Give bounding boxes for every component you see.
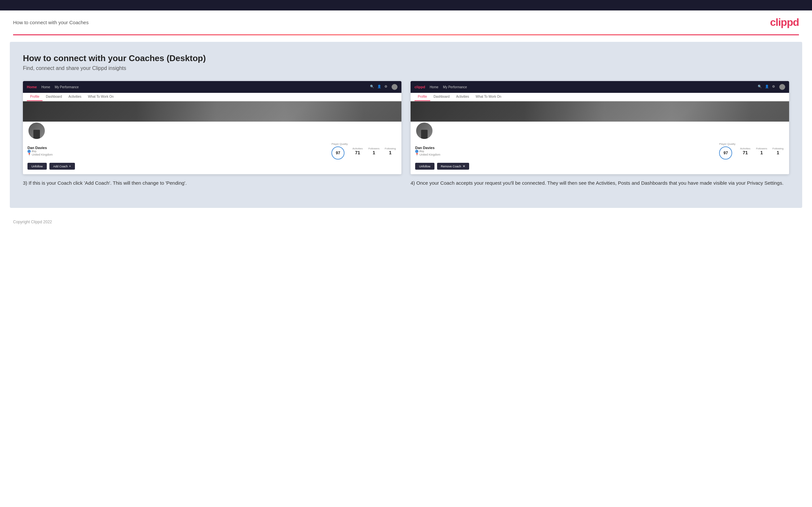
badge-dot-right bbox=[415, 150, 418, 153]
tab-whattoworkon-right[interactable]: What To Work On bbox=[472, 93, 505, 101]
screenshot-frame-right: clippd Home My Performance 🔍 👤 ⚙ Profile bbox=[411, 81, 789, 174]
main-content: How to connect with your Coaches (Deskto… bbox=[10, 42, 802, 208]
location-text-left: United Kingdom bbox=[32, 153, 53, 156]
mock-location-right: 📍 United Kingdom bbox=[415, 153, 716, 156]
mock-profile-section-right: Dan Davies Pro 📍 United Kingdom Pl bbox=[411, 122, 789, 174]
stat-followers-value-right: 1 bbox=[755, 150, 768, 155]
mock-user-info-left: Dan Davies Pro 📍 United Kingdom bbox=[28, 146, 328, 156]
screenshot-frame-left: Home Home My Performance 🔍 👤 ⚙ Profile bbox=[23, 81, 401, 174]
nav-home-left[interactable]: Home bbox=[42, 85, 50, 89]
footer: Copyright Clippd 2022 bbox=[0, 215, 812, 229]
stat-following-value-left: 1 bbox=[384, 150, 397, 155]
mock-username-left: Dan Davies bbox=[28, 146, 328, 150]
copyright-text: Copyright Clippd 2022 bbox=[13, 220, 52, 224]
mock-nav-items-right: Home My Performance bbox=[429, 85, 753, 89]
mock-action-buttons-right: Unfollow Remove Coach ✕ bbox=[415, 163, 784, 170]
nav-home-right[interactable]: Home bbox=[429, 85, 439, 89]
tab-dashboard-left[interactable]: Dashboard bbox=[43, 93, 65, 101]
user-icon-right[interactable]: 👤 bbox=[765, 84, 769, 89]
tab-dashboard-right[interactable]: Dashboard bbox=[430, 93, 453, 101]
mock-action-buttons-left: Unfollow Add Coach + bbox=[28, 163, 397, 170]
quality-circle-right: 97 bbox=[719, 147, 732, 160]
quality-label-left: Player Quality bbox=[332, 143, 348, 146]
mock-user-info-right: Dan Davies Pro 📍 United Kingdom bbox=[415, 146, 716, 156]
unfollow-button-right[interactable]: Unfollow bbox=[415, 163, 435, 170]
stat-following-label-right: Following bbox=[771, 147, 784, 150]
add-coach-label-left: Add Coach bbox=[53, 165, 68, 168]
mock-logo-left: Home bbox=[27, 85, 37, 89]
mock-profile-section-left: Dan Davies Pro 📍 United Kingdom Pl bbox=[23, 122, 401, 174]
tab-profile-left[interactable]: Profile bbox=[27, 93, 43, 101]
breadcrumb: How to connect with your Coaches bbox=[13, 19, 89, 25]
search-icon-left[interactable]: 🔍 bbox=[370, 84, 374, 89]
mock-logo-right: clippd bbox=[414, 85, 425, 89]
unfollow-button-left[interactable]: Unfollow bbox=[28, 163, 47, 170]
avatar-figure-left bbox=[33, 130, 40, 139]
settings-icon-right[interactable]: ⚙ bbox=[772, 84, 777, 89]
quality-label-right: Player Quality bbox=[719, 143, 735, 146]
mock-quality-group-right: Player Quality 97 bbox=[719, 143, 735, 160]
mock-nav-items-left: Home My Performance bbox=[42, 85, 365, 89]
stat-activities-value-right: 71 bbox=[739, 150, 752, 155]
mock-stat-activities-right: Activities 71 bbox=[739, 147, 752, 155]
user-icon-left[interactable]: 👤 bbox=[377, 84, 382, 89]
top-bar bbox=[0, 0, 812, 10]
avatar-left bbox=[28, 122, 46, 140]
badge-label-right: Pro bbox=[419, 150, 424, 153]
location-text-right: United Kingdom bbox=[419, 153, 440, 156]
nav-myperformance-left[interactable]: My Performance bbox=[55, 85, 79, 89]
location-pin-left: 📍 bbox=[28, 153, 31, 156]
mock-tabs-left: Profile Dashboard Activities What To Wor… bbox=[23, 93, 401, 101]
mock-location-left: 📍 United Kingdom bbox=[28, 153, 328, 156]
avatar-icon-right[interactable] bbox=[779, 84, 785, 90]
nav-myperformance-right[interactable]: My Performance bbox=[443, 85, 467, 89]
stat-activities-label-left: Activities bbox=[351, 147, 364, 150]
avatar-icon-left[interactable] bbox=[392, 84, 398, 90]
tab-activities-right[interactable]: Activities bbox=[453, 93, 472, 101]
badge-label-left: Pro bbox=[32, 150, 36, 153]
header-divider bbox=[13, 34, 799, 35]
mock-avatar-container-left bbox=[28, 122, 397, 140]
caption-right: 4) Once your Coach accepts your request … bbox=[411, 179, 789, 187]
mock-nav-icons-left: 🔍 👤 ⚙ bbox=[370, 84, 398, 90]
stat-followers-value-left: 1 bbox=[367, 150, 380, 155]
page-title: How to connect with your Coaches (Deskto… bbox=[23, 53, 789, 63]
mock-stats-row-left: Dan Davies Pro 📍 United Kingdom Pl bbox=[28, 143, 397, 160]
mock-badge-right: Pro bbox=[415, 150, 716, 153]
mock-nav-icons-right: 🔍 👤 ⚙ bbox=[758, 84, 785, 90]
mock-nav-left: Home Home My Performance 🔍 👤 ⚙ bbox=[23, 81, 401, 93]
mock-avatar-container-right bbox=[415, 122, 784, 140]
mock-tabs-right: Profile Dashboard Activities What To Wor… bbox=[411, 93, 789, 101]
tab-profile-right[interactable]: Profile bbox=[414, 93, 430, 101]
tab-whattoworkon-left[interactable]: What To Work On bbox=[85, 93, 117, 101]
remove-coach-button-right[interactable]: Remove Coach ✕ bbox=[437, 163, 469, 170]
mock-stats-row-right: Dan Davies Pro 📍 United Kingdom Pl bbox=[415, 143, 784, 160]
badge-dot-left bbox=[28, 150, 31, 153]
stat-followers-label-left: Followers bbox=[367, 147, 380, 150]
search-icon-right[interactable]: 🔍 bbox=[758, 84, 762, 89]
screenshot-col-right: clippd Home My Performance 🔍 👤 ⚙ Profile bbox=[411, 81, 789, 187]
remove-coach-x-icon: ✕ bbox=[463, 164, 465, 168]
stat-activities-value-left: 71 bbox=[351, 150, 364, 155]
clippd-logo: clippd bbox=[770, 16, 799, 29]
screenshot-col-left: Home Home My Performance 🔍 👤 ⚙ Profile bbox=[23, 81, 401, 187]
settings-icon-left[interactable]: ⚙ bbox=[385, 84, 389, 89]
mock-stat-followers-right: Followers 1 bbox=[755, 147, 768, 155]
mock-stat-activities-left: Activities 71 bbox=[351, 147, 364, 155]
quality-circle-left: 97 bbox=[332, 147, 345, 160]
avatar-figure-right bbox=[421, 130, 427, 139]
mock-stat-followers-left: Followers 1 bbox=[367, 147, 380, 155]
add-coach-button-left[interactable]: Add Coach + bbox=[49, 163, 75, 170]
stat-following-label-left: Following bbox=[384, 147, 397, 150]
mock-username-right: Dan Davies bbox=[415, 146, 716, 150]
stat-activities-label-right: Activities bbox=[739, 147, 752, 150]
screenshots-row: Home Home My Performance 🔍 👤 ⚙ Profile bbox=[23, 81, 789, 187]
page-subtitle: Find, connect and share your Clippd insi… bbox=[23, 65, 789, 71]
mock-badge-left: Pro bbox=[28, 150, 328, 153]
add-coach-plus-icon: + bbox=[69, 164, 71, 168]
header: How to connect with your Coaches clippd bbox=[0, 10, 812, 34]
tab-activities-left[interactable]: Activities bbox=[65, 93, 85, 101]
mock-quality-group-left: Player Quality 97 bbox=[332, 143, 348, 160]
mock-stat-following-left: Following 1 bbox=[384, 147, 397, 155]
avatar-right bbox=[415, 122, 434, 140]
